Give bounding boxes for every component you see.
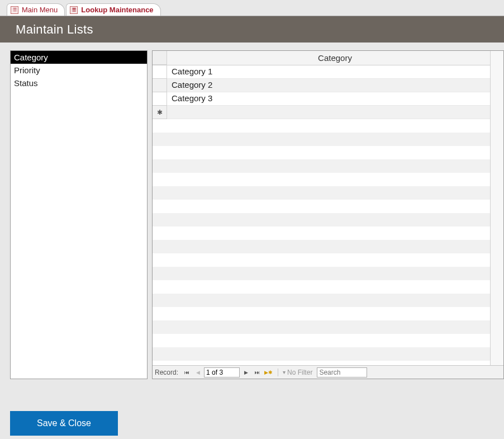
filter-toggle[interactable]: ▾ No Filter: [278, 369, 312, 376]
last-record-button[interactable]: ⏭: [252, 367, 262, 377]
cell[interactable]: Category 3: [167, 92, 503, 106]
cell[interactable]: Category 1: [167, 65, 503, 79]
grid-body: Category 1 Category 2 Category 3 ✱: [153, 65, 503, 365]
lookup-type-list[interactable]: Category Priority Status: [10, 50, 148, 379]
page-title: Maintain Lists: [16, 22, 93, 37]
row-selector[interactable]: [153, 92, 167, 106]
tab-label: Lookup Maintenance: [81, 6, 153, 14]
cell[interactable]: Category 2: [167, 79, 503, 92]
list-item-status[interactable]: Status: [11, 77, 147, 89]
list-item-priority[interactable]: Priority: [11, 64, 147, 77]
next-record-button[interactable]: ▶: [241, 367, 251, 377]
list-item-category[interactable]: Category: [11, 51, 147, 64]
filter-icon: ▾: [283, 369, 286, 375]
filter-label: No Filter: [287, 369, 312, 376]
column-header-label: Category: [318, 53, 352, 63]
content-area: Category Priority Status Category ▼ Cate…: [10, 50, 504, 379]
save-close-button[interactable]: Save & Close: [10, 411, 118, 436]
record-label: Record:: [155, 369, 178, 376]
first-record-button[interactable]: ⏮: [182, 367, 192, 377]
tab-bar: ☰ Main Menu ☰ Lookup Maintenance: [0, 0, 504, 16]
search-input[interactable]: [317, 367, 367, 377]
tab-main-menu[interactable]: ☰ Main Menu: [7, 3, 65, 16]
grid-right-gutter: [490, 51, 503, 365]
row-selector[interactable]: [153, 79, 167, 92]
new-record-row[interactable]: ✱: [153, 106, 503, 119]
table-row[interactable]: Category 3: [153, 92, 503, 106]
table-row[interactable]: Category 2: [153, 79, 503, 92]
record-position-input[interactable]: [204, 367, 240, 377]
form-icon: ☰: [11, 6, 18, 14]
select-all-rows[interactable]: [153, 51, 167, 65]
tab-lookup-maintenance[interactable]: ☰ Lookup Maintenance: [66, 3, 160, 16]
new-record-icon: ✱: [153, 106, 167, 119]
data-grid: Category ▼ Category 1 Category 2 Categor…: [152, 50, 504, 379]
previous-record-button[interactable]: ◀: [193, 367, 203, 377]
row-selector[interactable]: [153, 65, 167, 79]
page-header: Maintain Lists: [0, 16, 504, 43]
record-navigation: Record: ⏮ ◀ ▶ ⏭ ▶✱ ▾ No Filter: [153, 365, 503, 379]
table-row[interactable]: Category 1: [153, 65, 503, 79]
new-record-button[interactable]: ▶✱: [263, 367, 273, 377]
column-header-category[interactable]: Category ▼: [167, 51, 503, 65]
form-icon: ☰: [70, 6, 78, 14]
cell[interactable]: [167, 106, 503, 119]
empty-grid-area: [153, 119, 503, 365]
grid-header-row: Category ▼: [153, 51, 503, 65]
tab-label: Main Menu: [22, 6, 58, 14]
